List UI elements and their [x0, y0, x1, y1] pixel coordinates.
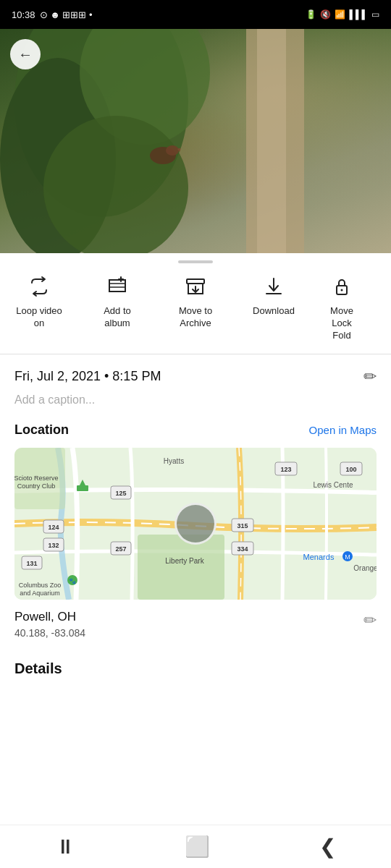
caption-input[interactable]: Add a caption... — [14, 393, 377, 407]
svg-point-17 — [341, 289, 343, 292]
loop-video-label: Loop videoon — [16, 305, 62, 330]
svg-text:Menards: Menards — [303, 553, 335, 561]
nav-back-icon[interactable]: ❮ — [319, 835, 336, 859]
status-right: 🔋 🔇 📶 ▌▌▌ ▭ — [306, 9, 379, 20]
svg-text:257: 257 — [115, 545, 126, 553]
svg-text:🐾: 🐾 — [69, 577, 76, 584]
svg-text:131: 131 — [26, 560, 37, 567]
bottom-nav: ⏸ ⬜ ❮ — [0, 825, 391, 868]
svg-text:132: 132 — [48, 542, 59, 549]
date-edit-icon[interactable]: ✏ — [363, 367, 377, 386]
location-coords: 40.188, -83.084 — [14, 627, 85, 639]
signal-icon: ▌▌▌ — [349, 9, 368, 20]
divider-1 — [0, 354, 391, 354]
wifi-icon: 📶 — [335, 9, 345, 20]
photo-area: ← — [0, 29, 391, 253]
svg-text:Liberty Park: Liberty Park — [165, 557, 204, 565]
location-title: Location — [14, 422, 69, 438]
add-to-album-icon — [104, 273, 130, 299]
svg-rect-1 — [257, 29, 286, 253]
drag-handle-container — [0, 253, 391, 266]
mute-icon: 🔇 — [320, 9, 331, 20]
svg-text:Country Club: Country Club — [17, 482, 56, 490]
move-lock-fold-label: MoveLockFold — [330, 305, 353, 342]
add-to-album-action[interactable]: Add toalbum — [78, 273, 156, 330]
status-icons: ⊙ ☻ ⊞⊞⊞ • — [40, 9, 93, 20]
move-to-archive-label: Move toArchive — [179, 305, 212, 330]
drag-handle-bar — [178, 260, 213, 263]
svg-text:100: 100 — [345, 466, 356, 473]
svg-rect-20 — [138, 535, 224, 600]
svg-text:and Aquarium: and Aquarium — [20, 590, 60, 597]
move-lock-fold-icon — [329, 273, 355, 299]
status-bar: 10:38 ⊙ ☻ ⊞⊞⊞ • 🔋 🔇 📶 ▌▌▌ ▭ — [0, 0, 391, 29]
svg-text:334: 334 — [237, 545, 248, 553]
move-lock-fold-action[interactable]: MoveLockFold — [313, 273, 371, 342]
loop-video-action[interactable]: Loop videoon — [0, 273, 78, 330]
svg-text:Columbus Zoo: Columbus Zoo — [19, 582, 62, 589]
open-maps-button[interactable]: Open in Maps — [309, 424, 377, 436]
back-button[interactable]: ← — [10, 39, 41, 69]
battery-icon: 🔋 — [306, 9, 316, 20]
add-to-album-label: Add toalbum — [104, 305, 131, 330]
svg-text:125: 125 — [115, 490, 126, 497]
svg-text:Orange: Orange — [353, 564, 377, 572]
status-left: 10:38 ⊙ ☻ ⊞⊞⊞ • — [12, 9, 93, 20]
map-container[interactable]: 125 257 132 124 131 315 334 123 100 Hyat… — [14, 448, 377, 600]
svg-text:Hyatts: Hyatts — [164, 457, 184, 465]
svg-text:315: 315 — [237, 522, 248, 529]
location-info-block: Powell, OH 40.188, -83.084 — [14, 610, 85, 642]
location-name: Powell, OH — [14, 610, 85, 624]
nav-recents-icon[interactable]: ⏸ — [55, 835, 75, 859]
map-pin — [175, 503, 216, 545]
info-section: Fri, Jul 2, 2021 • 8:15 PM ✏ Add a capti… — [0, 367, 391, 642]
date-row: Fri, Jul 2, 2021 • 8:15 PM ✏ — [14, 367, 377, 386]
location-header: Location Open in Maps — [14, 422, 377, 438]
time: 10:38 — [12, 9, 35, 20]
back-icon: ← — [18, 46, 33, 63]
location-edit-row: Powell, OH 40.188, -83.084 ✏ — [14, 610, 377, 642]
svg-rect-53 — [77, 485, 88, 491]
svg-text:Lewis Cente: Lewis Cente — [313, 481, 353, 489]
move-to-archive-action[interactable]: Move toArchive — [156, 273, 235, 330]
svg-text:M: M — [345, 553, 350, 561]
date-time-text: Fri, Jul 2, 2021 • 8:15 PM — [14, 369, 161, 384]
download-icon — [261, 273, 287, 299]
svg-point-7 — [166, 145, 179, 156]
battery-level-icon: ▭ — [371, 9, 379, 20]
svg-text:Scioto Reserve: Scioto Reserve — [14, 475, 59, 482]
details-heading: Details — [0, 647, 391, 683]
svg-text:124: 124 — [48, 524, 59, 531]
actions-row: Loop videoon Add toalbum Move toArchive — [0, 266, 391, 354]
svg-text:123: 123 — [280, 466, 291, 473]
location-edit-icon[interactable]: ✏ — [363, 611, 377, 630]
nav-home-icon[interactable]: ⬜ — [185, 835, 210, 859]
loop-video-icon — [26, 273, 52, 299]
download-label: Download — [253, 305, 295, 318]
move-to-archive-icon — [182, 273, 209, 299]
download-action[interactable]: Download — [235, 273, 313, 318]
